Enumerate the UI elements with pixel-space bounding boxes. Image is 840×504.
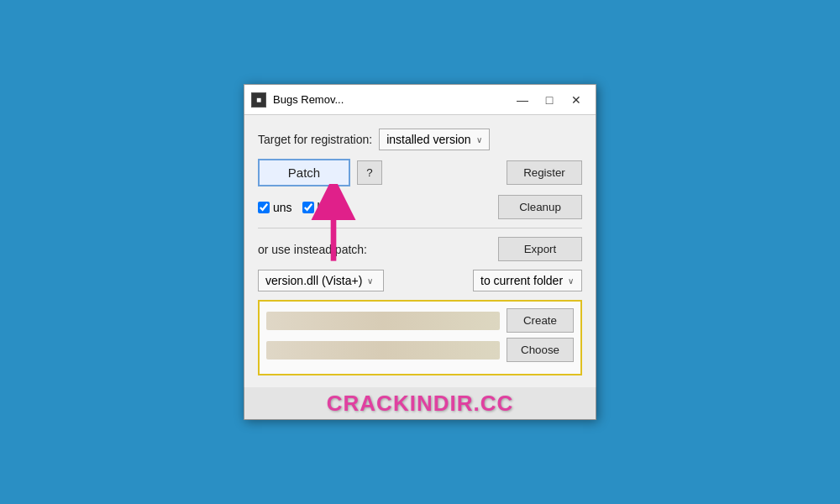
- minimize-button[interactable]: —: [510, 90, 535, 110]
- bak-checkbox[interactable]: [302, 202, 314, 213]
- checkboxes: uns bak: [258, 201, 491, 214]
- version-arrow-icon: ∨: [367, 276, 373, 286]
- close-button[interactable]: ✕: [564, 90, 589, 110]
- target-dropdown[interactable]: installed version ∨: [379, 129, 489, 150]
- target-label: Target for registration:: [258, 133, 372, 146]
- help-button[interactable]: ?: [357, 160, 382, 185]
- folder-dropdown-value: to current folder: [480, 274, 563, 287]
- uns-checkbox-item: uns: [258, 201, 292, 214]
- create-button[interactable]: Create: [507, 308, 574, 333]
- dialog-content: Target for registration: installed versi…: [244, 115, 596, 389]
- app-icon-symbol: ■: [256, 95, 261, 104]
- checkbox-row: uns bak Cleanup: [258, 195, 582, 219]
- blurred-path-1: [266, 312, 500, 330]
- export-row: or use instead patch: Export: [258, 237, 582, 261]
- target-dropdown-value: installed version: [386, 133, 470, 146]
- use-instead-label: or use instead patch:: [258, 243, 367, 256]
- window-title: Bugs Remov...: [273, 93, 510, 106]
- bak-checkbox-item: bak: [302, 201, 337, 214]
- app-icon: ■: [251, 92, 266, 108]
- export-button[interactable]: Export: [498, 237, 582, 261]
- titlebar: ■ Bugs Remov... — □ ✕: [244, 85, 596, 115]
- register-button[interactable]: Register: [507, 160, 582, 185]
- bottom-section: Create Choose: [258, 300, 582, 375]
- main-window: ■ Bugs Remov... — □ ✕ Target for registr…: [244, 84, 596, 420]
- watermark: CRACKINDIR.CC: [244, 387, 596, 420]
- create-row: Create: [266, 308, 574, 333]
- folder-arrow-icon: ∨: [568, 276, 574, 286]
- maximize-button[interactable]: □: [537, 90, 562, 110]
- version-dropdown-value: version.dll (Vista+): [265, 274, 362, 287]
- separator: [258, 228, 582, 228]
- cleanup-button[interactable]: Cleanup: [498, 195, 582, 219]
- uns-label: uns: [273, 201, 292, 214]
- patch-button[interactable]: Patch: [258, 159, 350, 186]
- choose-button[interactable]: Choose: [507, 338, 574, 362]
- dropdown-arrow-icon: ∨: [476, 135, 482, 144]
- target-row: Target for registration: installed versi…: [258, 129, 582, 150]
- choose-row: Choose: [266, 338, 574, 362]
- window-controls: — □ ✕: [510, 90, 589, 110]
- blurred-path-2: [266, 341, 500, 360]
- version-row: version.dll (Vista+) ∨ to current folder…: [258, 270, 582, 291]
- version-dropdown[interactable]: version.dll (Vista+) ∨: [258, 270, 384, 291]
- folder-dropdown[interactable]: to current folder ∨: [473, 270, 582, 291]
- patch-row: Patch ? Register: [258, 159, 582, 186]
- bak-label: bak: [318, 201, 337, 214]
- uns-checkbox[interactable]: [258, 202, 270, 213]
